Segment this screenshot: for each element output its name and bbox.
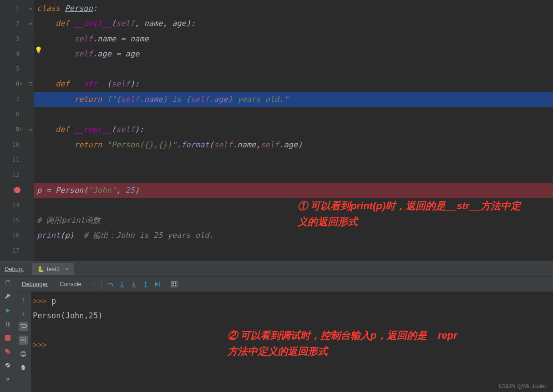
debug-label: Debug:: [5, 266, 24, 272]
svg-rect-14: [172, 281, 177, 287]
step-into-icon[interactable]: [118, 281, 126, 288]
stop-icon[interactable]: [4, 334, 12, 342]
line-number-17[interactable]: 17: [0, 243, 34, 258]
evaluate-icon[interactable]: [171, 281, 178, 288]
console-toolbar: ↑ ↓: [15, 292, 31, 392]
svg-rect-24: [22, 355, 25, 357]
console-tab[interactable]: Console: [56, 279, 85, 289]
line-number-12[interactable]: 12: [0, 167, 34, 182]
view-breakpoints-icon[interactable]: [4, 347, 12, 356]
code-line-17[interactable]: [34, 243, 553, 258]
python-icon: 🐍: [37, 266, 44, 272]
line-number-10[interactable]: 10: [0, 137, 34, 152]
line-number-15[interactable]: 15: [0, 213, 34, 228]
line-number-2[interactable]: 2⊟: [0, 16, 34, 31]
code-line-6[interactable]: def __str__(self):: [34, 76, 553, 91]
debug-panel: Debug: 🐍 test2 × » Debugger Console ≡: [0, 261, 553, 392]
wrench-icon[interactable]: [4, 293, 12, 301]
line-number-3[interactable]: 3: [0, 31, 34, 46]
pause-icon[interactable]: [4, 320, 12, 328]
console-line-2: Person(John,25): [33, 308, 551, 323]
code-line-10[interactable]: return "Person({},{})".format(self.name,…: [34, 137, 553, 152]
line-number-7[interactable]: 7: [0, 92, 34, 107]
close-tab-icon[interactable]: ×: [65, 266, 69, 272]
svg-rect-15: [172, 282, 174, 284]
line-number-13[interactable]: 13: [0, 183, 34, 198]
console-line-1[interactable]: >>> p: [33, 294, 551, 308]
down-history-icon[interactable]: ↓: [19, 308, 28, 317]
breakpoint-icon[interactable]: [14, 187, 20, 193]
svg-rect-23: [22, 352, 25, 353]
code-line-13[interactable]: p = Person("John", 25): [34, 183, 553, 198]
line-number-9[interactable]: 9O↑⊟: [0, 122, 34, 137]
svg-rect-1: [8, 322, 10, 327]
debug-tab[interactable]: 🐍 test2 ×: [32, 263, 74, 275]
code-line-1[interactable]: class Person:: [34, 1, 553, 16]
gutter: 1⊟ 2⊟ 3 4 5 6O↑⊟ 7 8 9O↑⊟ 10 11 12 13 14…: [0, 0, 34, 261]
up-history-icon[interactable]: ↑: [19, 295, 28, 304]
run-to-cursor-icon[interactable]: [154, 281, 161, 288]
step-into-my-code-icon[interactable]: [130, 281, 137, 288]
debug-left-toolbar: »: [0, 276, 15, 392]
line-number-14[interactable]: 14: [0, 198, 34, 213]
soft-wrap-icon[interactable]: [19, 322, 28, 331]
code-line-12[interactable]: [34, 167, 553, 182]
resume-icon[interactable]: [4, 307, 12, 315]
code-line-16[interactable]: print(p) # 输出：John is 25 years old.: [34, 228, 553, 243]
more-icon[interactable]: »: [4, 375, 12, 383]
code-line-2[interactable]: def __init__(self, name, age):: [34, 16, 553, 31]
code-line-7[interactable]: return f"{self.name} is {self.age} years…: [34, 92, 553, 107]
line-number-5[interactable]: 5: [0, 61, 34, 76]
annotation-2: ② 可以看到调试时，控制台输入p，返回的是__repr__方法中定义的返回形式: [228, 327, 469, 359]
step-out-icon[interactable]: [142, 281, 149, 288]
threads-icon[interactable]: ≡: [90, 281, 97, 288]
debug-tab-label: test2: [47, 266, 60, 272]
svg-rect-0: [6, 322, 7, 327]
code-line-4[interactable]: self.age = age: [34, 46, 553, 61]
code-line-9[interactable]: def __repr__(self):: [34, 122, 553, 137]
watermark: CSDN @Mr.Joden: [499, 382, 548, 389]
mute-breakpoints-icon[interactable]: [4, 361, 12, 369]
svg-rect-16: [175, 282, 176, 284]
code-line-11[interactable]: [34, 152, 553, 167]
code-line-3[interactable]: self.name = name: [34, 31, 553, 46]
line-number-8[interactable]: 8: [0, 107, 34, 122]
step-over-icon[interactable]: [107, 281, 114, 288]
rerun-icon[interactable]: [4, 279, 12, 287]
debugger-tab[interactable]: Debugger: [18, 279, 51, 289]
annotation-1: ① 可以看到print(p)时，返回的是__str__方法中定义的返回形式: [298, 198, 523, 230]
line-number-16[interactable]: 16: [0, 228, 34, 243]
scroll-to-end-icon[interactable]: [19, 336, 28, 345]
svg-point-4: [7, 351, 10, 354]
clear-icon[interactable]: [19, 363, 28, 372]
line-number-1[interactable]: 1⊟: [0, 1, 34, 16]
override-icon[interactable]: O↑: [16, 76, 22, 91]
override-icon[interactable]: O↑: [16, 122, 22, 137]
debug-header: Debug: 🐍 test2 ×: [0, 262, 553, 276]
print-icon[interactable]: [19, 349, 28, 358]
svg-rect-2: [5, 335, 10, 341]
svg-rect-17: [172, 285, 174, 286]
line-number-4[interactable]: 4: [0, 46, 34, 61]
code-line-5[interactable]: [34, 61, 553, 76]
svg-rect-18: [175, 285, 176, 286]
line-number-11[interactable]: 11: [0, 152, 34, 167]
line-number-6[interactable]: 6O↑⊟: [0, 76, 34, 91]
debug-toolbar: Debugger Console ≡: [15, 276, 553, 292]
code-line-8[interactable]: [34, 107, 553, 122]
